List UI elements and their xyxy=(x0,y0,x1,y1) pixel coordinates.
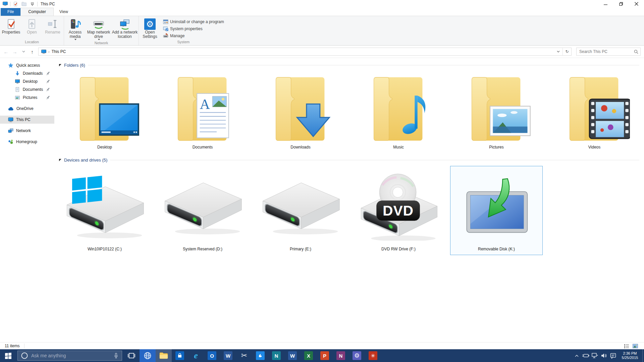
this-pc-icon xyxy=(41,50,46,54)
close-button[interactable] xyxy=(629,0,644,8)
settings-gear-icon: ⚙ xyxy=(353,351,361,360)
section-header-devices[interactable]: Devices and drives (5) xyxy=(59,158,639,163)
tab-computer[interactable]: Computer xyxy=(20,8,54,16)
address-bar[interactable]: › This PC ↻ xyxy=(38,48,572,56)
folder-tile-documents[interactable]: A Documents xyxy=(154,69,252,149)
system-properties-button[interactable]: System properties xyxy=(162,25,225,32)
taskbar-app-onenote[interactable]: N xyxy=(333,349,349,362)
rename-button[interactable]: Rename xyxy=(42,17,63,35)
dvd-badge: DVD xyxy=(383,203,414,219)
sidebar-item-downloads[interactable]: Downloads xyxy=(0,69,54,77)
taskbar-app-file-explorer[interactable] xyxy=(156,349,172,362)
file-explorer-window: This PC File Computer View Properties xyxy=(0,0,644,362)
forward-button[interactable]: → xyxy=(11,48,19,56)
refresh-button[interactable]: ↻ xyxy=(562,48,571,55)
qat-properties-button[interactable] xyxy=(12,1,19,7)
sidebar-item-documents[interactable]: Documents xyxy=(0,85,54,94)
drive-tile-k-selected[interactable]: Removable Disk (K:) xyxy=(447,166,545,255)
sidebar-item-network[interactable]: Network xyxy=(0,127,54,135)
svg-text:A: A xyxy=(200,97,210,112)
sidebar-item-desktop[interactable]: Desktop xyxy=(0,77,54,85)
taskbar-app-blue-swirl[interactable] xyxy=(252,349,268,362)
ribbon-group-location: Properties Open Rename Location xyxy=(0,16,64,45)
qat-customize-dropdown[interactable] xyxy=(29,1,36,7)
folder-tile-videos[interactable]: Videos xyxy=(545,69,643,149)
breadcrumb-location[interactable]: This PC xyxy=(52,49,66,54)
open-settings-button[interactable]: ⚙ Open Settings xyxy=(140,17,160,39)
start-button[interactable] xyxy=(0,349,16,362)
taskbar-app-internet-explorer[interactable]: e xyxy=(188,349,204,362)
removable-disk-icon xyxy=(456,166,537,247)
sidebar-item-homegroup[interactable]: Homegroup xyxy=(0,138,54,146)
collapse-triangle-icon[interactable] xyxy=(59,159,61,161)
desktop-folder-icon xyxy=(69,69,140,143)
minimize-button[interactable] xyxy=(598,0,613,8)
taskbar-app-outlook[interactable]: O xyxy=(204,349,220,362)
tab-view[interactable]: View xyxy=(54,8,74,16)
item-label: Videos xyxy=(588,145,600,149)
access-media-button[interactable]: Access media xyxy=(65,17,86,40)
folder-tile-pictures[interactable]: Pictures xyxy=(447,69,545,149)
task-view-button[interactable] xyxy=(123,349,140,362)
taskbar-app-store[interactable] xyxy=(172,349,188,362)
item-label: Primary (E:) xyxy=(290,247,311,251)
search-input[interactable] xyxy=(579,49,634,54)
sidebar-item-pictures[interactable]: Pictures xyxy=(0,94,54,102)
qat-new-folder-button[interactable] xyxy=(20,1,27,7)
drive-tile-f-dvd[interactable]: DVD DVD RW Drive (F:) xyxy=(350,166,447,255)
drive-tile-c[interactable]: Win10IP10122 (C:) xyxy=(56,166,154,255)
taskbar-app-snipping-tool[interactable]: ✂ xyxy=(236,349,252,362)
taskbar-app-powerpoint[interactable]: P xyxy=(317,349,333,362)
sidebar-item-quick-access[interactable]: Quick access xyxy=(0,61,54,69)
open-button[interactable]: Open xyxy=(21,17,42,35)
recent-locations-dropdown[interactable] xyxy=(19,48,28,56)
ribbon: Properties Open Rename Location xyxy=(0,16,644,46)
properties-button[interactable]: Properties xyxy=(1,17,21,35)
taskbar-clock[interactable]: 2:36 PM 5/25/2015 xyxy=(619,351,641,360)
map-network-drive-button[interactable]: Map network drive xyxy=(86,17,112,40)
taskbar-app-edge[interactable] xyxy=(140,349,156,362)
item-label: Music xyxy=(393,145,404,149)
microphone-icon[interactable] xyxy=(114,353,118,359)
action-center-icon[interactable] xyxy=(608,349,618,362)
sidebar-item-onedrive[interactable]: OneDrive xyxy=(0,105,54,113)
folder-tile-desktop[interactable]: Desktop xyxy=(56,69,154,149)
manage-button[interactable]: Manage xyxy=(162,33,225,39)
onenote-icon: N xyxy=(336,351,345,360)
sidebar-item-this-pc[interactable]: This PC xyxy=(0,116,54,124)
large-icons-view-button[interactable] xyxy=(632,343,639,349)
restore-button[interactable] xyxy=(613,0,629,8)
taskbar-app-red-pinwheel[interactable]: ✳ xyxy=(365,349,381,362)
power-battery-icon[interactable] xyxy=(581,349,590,362)
section-header-folders[interactable]: Folders (6) xyxy=(59,63,639,68)
volume-icon[interactable] xyxy=(599,349,608,362)
group-label-location: Location xyxy=(1,39,63,45)
taskbar-app-word-mobile[interactable]: W xyxy=(220,349,236,362)
search-box xyxy=(576,48,641,56)
details-view-button[interactable] xyxy=(623,343,630,349)
documents-icon xyxy=(15,87,20,92)
taskbar-app-settings[interactable]: ⚙ xyxy=(349,349,365,362)
network-icon[interactable] xyxy=(590,349,599,362)
window-controls xyxy=(598,0,644,8)
section-title: Devices and drives (5) xyxy=(64,158,107,163)
taskbar-search-input[interactable] xyxy=(31,353,110,358)
folder-tile-downloads[interactable]: Downloads xyxy=(252,69,350,149)
folder-tile-music[interactable]: Music xyxy=(350,69,447,149)
taskbar-app-word[interactable]: W xyxy=(284,349,301,362)
map-network-drive-label: Map network drive xyxy=(86,30,112,39)
taskbar-app-excel[interactable]: X xyxy=(301,349,317,362)
add-network-location-button[interactable]: Add a network location xyxy=(112,17,138,39)
collapse-triangle-icon[interactable] xyxy=(59,64,61,66)
tab-file[interactable]: File xyxy=(1,8,20,16)
taskbar-app-teal-n[interactable]: N xyxy=(268,349,284,362)
back-button[interactable]: ← xyxy=(2,48,10,56)
drive-tile-d[interactable]: System Reserved (D:) xyxy=(154,166,252,255)
uninstall-program-button[interactable]: Uninstall or change a program xyxy=(162,18,225,25)
up-button[interactable]: ↑ xyxy=(28,48,36,56)
search-icon[interactable] xyxy=(634,50,638,54)
address-dropdown-button[interactable] xyxy=(554,48,562,55)
show-desktop-button[interactable] xyxy=(642,349,644,362)
drive-tile-e[interactable]: Primary (E:) xyxy=(252,166,350,255)
hidden-icons-chevron[interactable] xyxy=(572,349,581,362)
